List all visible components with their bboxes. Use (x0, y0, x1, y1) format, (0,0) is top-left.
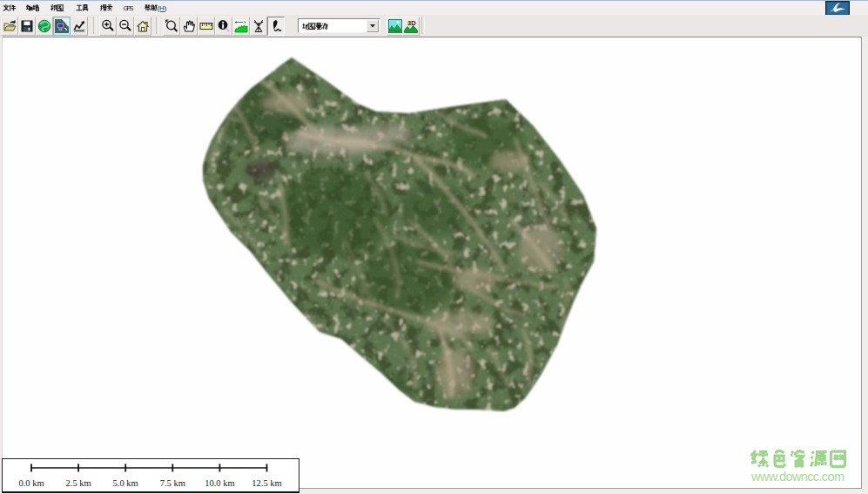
svg-text:12.5 km: 12.5 km (252, 478, 281, 488)
svg-text:7.5 km: 7.5 km (160, 478, 185, 488)
svg-text:5.0 km: 5.0 km (113, 478, 138, 488)
svg-text:10.0 km: 10.0 km (205, 478, 234, 488)
svg-text:0.0 km: 0.0 km (18, 478, 44, 488)
svg-text:www.downcc.com: www.downcc.com (750, 470, 844, 484)
svg-text:2.5 km: 2.5 km (66, 478, 91, 488)
